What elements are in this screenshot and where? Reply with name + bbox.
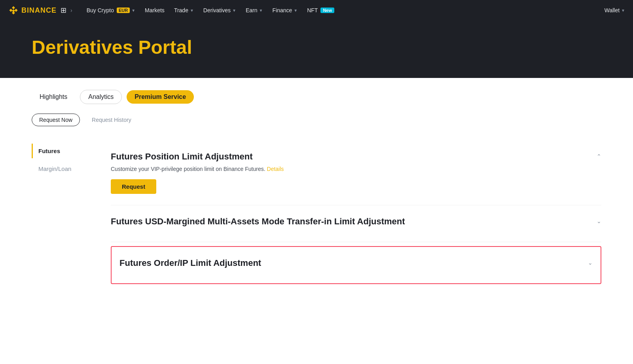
tab-highlights[interactable]: Highlights	[32, 90, 75, 104]
tab-premium-service[interactable]: Premium Service	[127, 90, 194, 104]
navbar-right: Wallet ▼	[605, 7, 625, 13]
main-content: Highlights Analytics Premium Service Req…	[0, 78, 633, 296]
nav-finance[interactable]: Finance ▼	[268, 5, 301, 16]
nav-nft[interactable]: NFT New	[303, 5, 338, 16]
panel-1-header: Futures Position Limit Adjustment Custom…	[111, 152, 601, 194]
panel-3-chevron-down[interactable]: ⌄	[588, 260, 593, 266]
body-layout: Futures Margin/Loan Futures Position Lim…	[32, 140, 601, 284]
binance-text: BINANCE	[21, 6, 57, 15]
nav-markets[interactable]: Markets	[141, 5, 169, 16]
nft-badge: New	[320, 8, 334, 13]
panel-1-request-button[interactable]: Request	[111, 179, 156, 194]
content-panels: Futures Position Limit Adjustment Custom…	[111, 140, 601, 284]
sidebar-item-margin-loan[interactable]: Margin/Loan	[32, 161, 95, 176]
tab-analytics[interactable]: Analytics	[80, 90, 122, 104]
wallet-chevron: ▼	[621, 8, 625, 13]
tabs-row: Highlights Analytics Premium Service	[32, 90, 601, 104]
nav-buy-crypto[interactable]: Buy Crypto EUR ▼	[83, 5, 139, 16]
finance-chevron: ▼	[294, 8, 298, 13]
nav-items: Buy Crypto EUR ▼ Markets Trade ▼ Derivat…	[83, 5, 338, 16]
panel-futures-position: Futures Position Limit Adjustment Custom…	[111, 140, 601, 205]
buy-crypto-chevron: ▼	[131, 8, 135, 13]
sub-tab-request-now[interactable]: Request Now	[32, 114, 80, 126]
panel-1-details-link[interactable]: Details	[267, 166, 284, 172]
panel-2-title: Futures USD-Margined Multi-Assets Mode T…	[111, 216, 405, 227]
grid-icon[interactable]: ⊞	[61, 6, 66, 15]
nav-earn[interactable]: Earn ▼	[242, 5, 267, 16]
panel-1-title: Futures Position Limit Adjustment	[111, 152, 258, 162]
eur-badge: EUR	[117, 8, 130, 13]
panel-futures-order-ip-container: Futures Order/IP Limit Adjustment ⌄	[111, 246, 601, 284]
panel-1-desc: Customize your VIP-privilege position li…	[111, 166, 284, 172]
binance-logo[interactable]: BINANCE	[8, 5, 57, 16]
earn-chevron: ▼	[259, 8, 263, 13]
panel-1-chevron-up[interactable]: ⌃	[597, 153, 601, 159]
navbar: BINANCE ⊞ › Buy Crypto EUR ▼ Markets Tra…	[0, 0, 633, 21]
sub-tab-request-history[interactable]: Request History	[85, 114, 138, 126]
panel-3-title: Futures Order/IP Limit Adjustment	[119, 258, 261, 268]
sidebar: Futures Margin/Loan	[32, 140, 95, 284]
grid-chevron[interactable]: ›	[70, 7, 72, 13]
panel-futures-order-ip: Futures Order/IP Limit Adjustment ⌄	[111, 246, 601, 284]
trade-chevron: ▼	[190, 8, 194, 13]
panel-1-title-block: Futures Position Limit Adjustment Custom…	[111, 152, 284, 194]
page-title: Derivatives Portal	[32, 36, 601, 58]
derivatives-chevron: ▼	[232, 8, 236, 13]
navbar-left: BINANCE ⊞ › Buy Crypto EUR ▼ Markets Tra…	[8, 5, 338, 16]
wallet-link[interactable]: Wallet ▼	[605, 7, 625, 13]
hero-section: Derivatives Portal	[0, 21, 633, 78]
nav-trade[interactable]: Trade ▼	[170, 5, 198, 16]
panel-2-header: Futures USD-Margined Multi-Assets Mode T…	[111, 216, 601, 231]
nav-derivatives[interactable]: Derivatives ▼	[199, 5, 240, 16]
sub-tabs-row: Request Now Request History	[32, 114, 601, 126]
panel-futures-usd-margined: Futures USD-Margined Multi-Assets Mode T…	[111, 205, 601, 242]
panel-3-header: Futures Order/IP Limit Adjustment ⌄	[119, 258, 593, 272]
sidebar-item-futures[interactable]: Futures	[32, 144, 95, 158]
panel-2-chevron-down[interactable]: ⌄	[597, 218, 601, 224]
binance-logo-icon	[8, 5, 19, 16]
